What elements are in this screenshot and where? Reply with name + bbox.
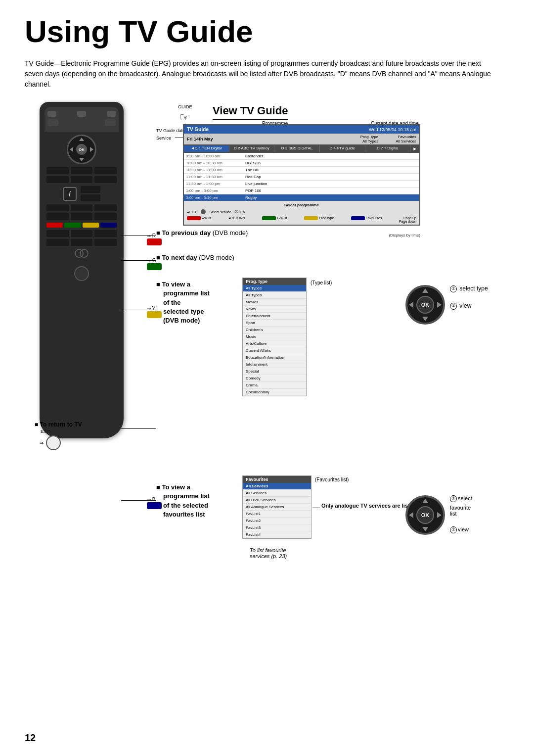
fav-item: FavList4: [243, 531, 311, 538]
prog-type-popup: Prog. type All Types All Types Movies Ne…: [242, 278, 307, 396]
ok-inner-btn[interactable]: OK: [416, 296, 434, 314]
epg-btn-row-2: -24 Hr ●RETURN +24 Hr Prog.type: [187, 216, 416, 223]
epg-programmes: 9:30 am - 10:00 am Eastender 10:00 am - …: [184, 153, 419, 201]
action-prog-list: ■ To view a programme list of the select…: [156, 280, 210, 325]
remote-btn[interactable]: [71, 239, 93, 246]
epg-prog: Live junction: [245, 182, 417, 186]
fav-item: All Services: [243, 490, 311, 497]
dpad-up-arrow[interactable]: [79, 138, 84, 141]
epg-row: 11:00 am - 11:30 am Red Cap: [184, 174, 419, 181]
remote-btn-3[interactable]: [107, 111, 116, 117]
page-number: 12: [25, 732, 36, 744]
remote-buttons-grid-3: [44, 230, 119, 246]
type-list-label: (Type list): [311, 280, 332, 285]
remote-body: OK i: [40, 102, 124, 438]
popup-item: Drama: [243, 382, 306, 389]
ok-left-arrow-fav[interactable]: [409, 512, 413, 518]
remote-btn[interactable]: [71, 230, 93, 237]
epg-page-down: Page down: [399, 220, 416, 223]
diagram-area: OK i: [25, 102, 494, 656]
remote-num-btn[interactable]: [71, 167, 93, 174]
exit-circle[interactable]: [46, 435, 61, 450]
prog-list-label: ■ To view a programme list of the select…: [156, 280, 210, 325]
fav-item: FavList2: [243, 518, 311, 524]
ok-right-arrow[interactable]: [437, 302, 442, 308]
remote-btn[interactable]: [46, 213, 69, 220]
remote-side-btn[interactable]: [81, 194, 100, 201]
ok-up-arrow-fav[interactable]: [422, 499, 428, 503]
ok-button-prog-type[interactable]: OK: [405, 285, 445, 325]
epg-yellow-btn-icon: [304, 216, 318, 220]
ok-dpad-prog[interactable]: OK: [405, 285, 445, 325]
ok-down-arrow[interactable]: [422, 317, 428, 321]
remote-num-btn[interactable]: [46, 167, 69, 174]
remote-num-btn[interactable]: [94, 167, 117, 174]
epg-time: 1:00 pm - 3:00 pm: [186, 189, 245, 193]
yellow-button[interactable]: [83, 223, 99, 228]
ok-up-arrow[interactable]: [422, 288, 428, 293]
ok-down-arrow-fav[interactable]: [422, 527, 428, 531]
remote-btn-1[interactable]: [47, 111, 56, 117]
red-button[interactable]: [46, 223, 63, 228]
popup-item-documentary: Documentary: [243, 389, 306, 396]
epg-channel-7: D 7 7 Digital: [365, 145, 411, 152]
b-btn-arrow: ⇒ B: [147, 497, 162, 509]
exit-circle-button[interactable]: [74, 266, 89, 281]
remote-num-btn[interactable]: [71, 176, 93, 183]
remote-btn[interactable]: [94, 239, 117, 246]
intro-text: TV Guide—Electronic Programme Guide (EPG…: [25, 58, 494, 90]
dpad-right-arrow[interactable]: [90, 147, 93, 152]
remote-num-btn[interactable]: [94, 176, 117, 183]
remote-side-btn[interactable]: [81, 186, 100, 193]
popup-item: Arts/Culture: [243, 340, 306, 347]
remote-top-buttons-2: [47, 119, 116, 126]
epg-prog: DIY SOS: [245, 161, 417, 165]
epg-prog-type-value: All Types: [360, 139, 378, 143]
remote-btn[interactable]: [71, 213, 93, 220]
remote-btn-2[interactable]: [77, 111, 86, 117]
remote-btn[interactable]: [46, 230, 69, 237]
blue-button[interactable]: [100, 223, 117, 228]
remote-btn-5[interactable]: [105, 119, 116, 126]
popup-item: Infotainment: [243, 361, 306, 368]
remote-btn[interactable]: [94, 204, 117, 211]
epg-header: TV Guide Wed 12/05/04 10:15 am: [184, 125, 419, 134]
circle-1-fav: ①: [450, 495, 457, 502]
remote-num-btn[interactable]: [46, 176, 69, 183]
remote-top: [44, 107, 119, 132]
popup-all-types: All Types: [243, 285, 306, 292]
remote-btn[interactable]: [94, 213, 117, 220]
line-fav-list: [121, 500, 156, 501]
remote-btn[interactable]: [46, 204, 69, 211]
to-list-line2: services (p. 23): [250, 553, 287, 559]
ok-button-fav[interactable]: OK: [405, 495, 445, 535]
line-next-day: [121, 260, 156, 261]
epg-row: 10:00 am - 10:30 am DIY SOS: [184, 160, 419, 167]
ok-left-arrow[interactable]: [409, 302, 413, 308]
ok-right-arrow-fav[interactable]: [437, 512, 442, 518]
dpad-left-arrow[interactable]: [70, 147, 73, 152]
favourite-label: favourite: [450, 505, 472, 511]
remote-buttons-grid-2: [44, 204, 119, 220]
ok-dpad-fav[interactable]: OK: [405, 495, 445, 535]
guide-label: GUIDE ☞: [178, 104, 192, 124]
epg-prog-type-area: Prog. type All Types: [360, 135, 378, 143]
popup-item: Education/Information: [243, 354, 306, 361]
remote-btn[interactable]: [71, 204, 93, 211]
ok-inner-btn-fav[interactable]: OK: [416, 506, 434, 524]
dpad-ok-button[interactable]: OK: [76, 144, 87, 155]
fav-item: FavList3: [243, 524, 311, 531]
epg-green-btn-icon: [262, 216, 276, 220]
green-button[interactable]: [64, 223, 81, 228]
popup-item: Movies: [243, 299, 306, 306]
popup-item: All Types: [243, 292, 306, 299]
remote-dpad[interactable]: OK: [67, 135, 96, 164]
remote-btn[interactable]: [94, 230, 117, 237]
remote-btn[interactable]: [46, 239, 69, 246]
epg-row: 11:30 am - 1:00 pm Live junction: [184, 181, 419, 188]
dpad-down-arrow[interactable]: [79, 158, 84, 161]
remote-logo: [44, 248, 119, 259]
info-button[interactable]: i: [63, 187, 77, 201]
remote-btn-4[interactable]: [47, 119, 58, 126]
circle-2-fav: ②: [450, 526, 457, 533]
